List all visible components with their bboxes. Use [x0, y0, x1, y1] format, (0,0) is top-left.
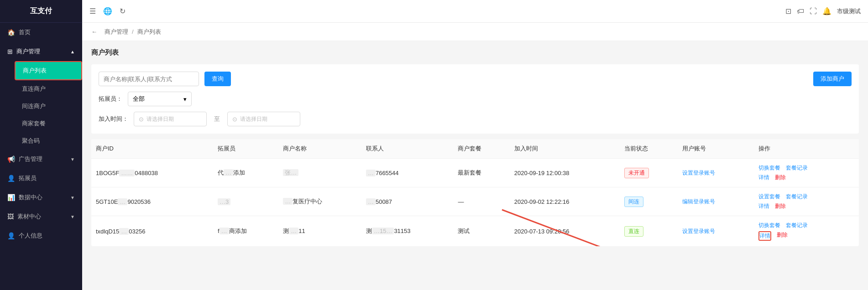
- ad-icon: 📢: [7, 155, 15, 163]
- col-expander: 拓展员: [213, 139, 278, 159]
- bell-icon[interactable]: 🔔: [822, 7, 831, 16]
- package-record-link-2[interactable]: 套餐记录: [786, 193, 808, 201]
- cell-expander: 代…添加: [213, 159, 278, 187]
- switch-package-link-1[interactable]: 切换套餐: [758, 164, 780, 172]
- set-login-account-link-3[interactable]: 设置登录账号: [682, 228, 715, 234]
- topbar-left: ☰ 🌐 ↻: [89, 7, 125, 16]
- cell-merchant-id: txdlqD15…03256: [91, 216, 213, 247]
- edit-login-account-link-2[interactable]: 编辑登录账号: [682, 198, 715, 205]
- cell-join-time: 2020-09-02 12:22:16: [510, 187, 620, 216]
- cell-package: —: [453, 187, 509, 216]
- sidebar-item-indirect-merchant[interactable]: 间连商户: [15, 98, 82, 115]
- back-button[interactable]: ←: [91, 28, 97, 35]
- topbar-right: ⊡ 🏷 ⛶ 🔔 市级测试: [785, 7, 861, 16]
- data-arrow-icon: ▼: [70, 195, 75, 200]
- sidebar-item-ad-mgmt[interactable]: 📢 广告管理 ▼: [0, 150, 82, 169]
- cell-expander: …3: [213, 187, 278, 216]
- sidebar-item-data-center[interactable]: 📊 数据中心 ▼: [0, 188, 82, 207]
- date-start-input[interactable]: ⊙ 请选择日期: [134, 112, 207, 126]
- action-row-1-bottom: 详情 删除: [758, 174, 786, 181]
- detail-link-1[interactable]: 详情: [758, 174, 769, 181]
- filter-panel: 查询 添加商户 拓展员： 全部 ▾ 加入时间： ⊙ 请选择日期 至 ⊙: [91, 64, 859, 134]
- merchant-icon: ⊞: [7, 48, 13, 55]
- date-start-placeholder: 请选择日期: [146, 115, 174, 123]
- sidebar-item-expander[interactable]: 👤 拓展员: [0, 169, 82, 188]
- action-row-1-top: 切换套餐 套餐记录: [758, 164, 810, 172]
- sidebar-item-merchant-package[interactable]: 商家套餐: [15, 115, 82, 132]
- data-icon: 📊: [7, 194, 15, 201]
- action-row-2-bottom: 详情 删除: [758, 202, 786, 210]
- topbar: ☰ 🌐 ↻ ⊡ 🏷 ⛶ 🔔 市级测试: [82, 0, 868, 23]
- merchant-arrow-icon: ▲: [70, 49, 75, 54]
- ad-arrow-icon: ▼: [70, 157, 75, 162]
- cell-status: 直连: [620, 216, 678, 247]
- globe-icon[interactable]: 🌐: [103, 7, 112, 16]
- cell-actions: 设置套餐 套餐记录 详情 删除: [754, 187, 859, 216]
- status-badge: 直连: [624, 226, 643, 237]
- filter-row-expander: 拓展员： 全部 ▾: [99, 92, 852, 106]
- sidebar-item-personal-info[interactable]: 👤 个人信息: [0, 226, 82, 245]
- col-account: 用户账号: [678, 139, 754, 159]
- table-row: txdlqD15…03256 f…商添加 测…11 测…15…31153 测试 …: [91, 216, 859, 247]
- detail-link-3[interactable]: 详情: [758, 231, 771, 241]
- merchant-table: 商户ID 拓展员 商户名称 联系人 商户套餐 加入时间 当前状态 用户账号 操作: [91, 139, 859, 246]
- sidebar-item-material-center[interactable]: 🖼 素材中心 ▼: [0, 207, 82, 226]
- cell-merchant-id: 5GT10E…9020536: [91, 187, 213, 216]
- action-group-1: 切换套餐 套餐记录 详情 删除: [758, 164, 854, 181]
- set-login-account-link-1[interactable]: 设置登录账号: [682, 170, 715, 176]
- app-logo: 互支付: [0, 0, 82, 23]
- sidebar-item-qr-code[interactable]: 聚合码: [15, 132, 82, 150]
- screen-icon[interactable]: ⊡: [785, 7, 791, 16]
- cell-status: 间连: [620, 187, 678, 216]
- date-end-input[interactable]: ⊙ 请选择日期: [227, 112, 300, 126]
- cell-actions: 切换套餐 套餐记录 详情 删除: [754, 159, 859, 187]
- action-group-2: 设置套餐 套餐记录 详情 删除: [758, 193, 854, 210]
- join-time-label: 加入时间：: [99, 115, 128, 123]
- col-merchant-name: 商户名称: [278, 139, 361, 159]
- expand-icon[interactable]: ⛶: [810, 7, 817, 16]
- table-row: 5GT10E…9020536 …3 …复医疗中心 …50087 — 2020-0…: [91, 187, 859, 216]
- material-icon: 🖼: [7, 213, 14, 220]
- refresh-icon[interactable]: ↻: [120, 7, 125, 16]
- set-package-link-2[interactable]: 设置套餐: [758, 193, 780, 201]
- sidebar-item-home[interactable]: 🏠 首页: [0, 23, 82, 42]
- username-label: 市级测试: [837, 7, 861, 16]
- tag-icon[interactable]: 🏷: [797, 7, 804, 16]
- delete-link-2[interactable]: 删除: [775, 202, 786, 210]
- expander-select[interactable]: 全部 ▾: [128, 92, 192, 106]
- breadcrumb-parent[interactable]: 商户管理: [105, 28, 128, 36]
- package-record-link-3[interactable]: 套餐记录: [786, 222, 808, 229]
- content-area: 商户列表 查询 添加商户 拓展员： 全部 ▾ 加入时间： ⊙ 请选择日期: [82, 41, 868, 290]
- cell-join-time: 2020-07-13 09:20:56: [510, 216, 620, 247]
- delete-link-3[interactable]: 删除: [777, 231, 788, 241]
- merchant-table-panel: 商户ID 拓展员 商户名称 联系人 商户套餐 加入时间 当前状态 用户账号 操作: [91, 139, 859, 246]
- breadcrumb-current: 商户列表: [137, 28, 161, 36]
- cell-account: 设置登录账号: [678, 159, 754, 187]
- query-button[interactable]: 查询: [204, 72, 231, 86]
- search-input[interactable]: [99, 72, 199, 86]
- menu-icon[interactable]: ☰: [89, 7, 96, 16]
- sidebar-item-merchant-list[interactable]: 商户列表: [15, 61, 82, 80]
- cell-contact: …7665544: [361, 159, 453, 187]
- col-package: 商户套餐: [453, 139, 509, 159]
- cell-name: …复医疗中心: [278, 187, 361, 216]
- switch-package-link-3[interactable]: 切换套餐: [758, 222, 780, 229]
- detail-link-2[interactable]: 详情: [758, 202, 769, 210]
- cell-package: 最新套餐: [453, 159, 509, 187]
- add-merchant-button[interactable]: 添加商户: [813, 72, 852, 86]
- merchant-submenu: 商户列表 直连商户 间连商户 商家套餐 聚合码: [0, 61, 82, 150]
- date-sep: 至: [214, 115, 220, 123]
- sidebar-item-merchant-mgmt[interactable]: ⊞ 商户管理 ▲: [0, 42, 82, 61]
- package-record-link-1[interactable]: 套餐记录: [786, 164, 808, 172]
- sidebar-item-direct-merchant[interactable]: 直连商户: [15, 80, 82, 98]
- col-action: 操作: [754, 139, 859, 159]
- status-badge: 未开通: [624, 168, 649, 178]
- action-row-3-top: 切换套餐 套餐记录: [758, 222, 810, 229]
- col-join-time: 加入时间: [510, 139, 620, 159]
- material-arrow-icon: ▼: [70, 214, 75, 219]
- filter-row-date: 加入时间： ⊙ 请选择日期 至 ⊙ 请选择日期: [99, 112, 852, 126]
- delete-link-1[interactable]: 删除: [775, 174, 786, 181]
- col-status: 当前状态: [620, 139, 678, 159]
- chevron-down-icon: ▾: [183, 96, 187, 103]
- cell-account: 编辑登录账号: [678, 187, 754, 216]
